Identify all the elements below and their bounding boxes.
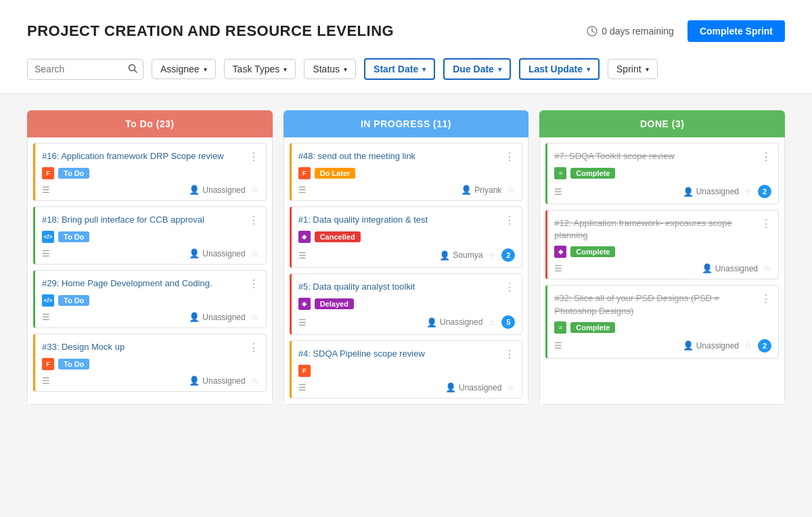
days-remaining-text: 0 days remaining: [602, 26, 674, 37]
list-icon: ☰: [298, 185, 307, 195]
star-icon[interactable]: ☆: [507, 382, 515, 392]
star-icon[interactable]: ☆: [488, 317, 496, 328]
status-badge: Complete: [570, 168, 615, 179]
status-badge: Complete: [570, 322, 615, 333]
col-header-done: DONE (3): [539, 110, 785, 137]
filters-row: Assignee ▾ Task Types ▾ Status ▾ Start D…: [27, 58, 785, 80]
chevron-down-icon: ▾: [587, 66, 590, 73]
col-body-inprogress: #48: send out the meeting link⋮FDo Later…: [284, 137, 529, 405]
start-date-filter[interactable]: Start Date ▾: [364, 58, 435, 80]
star-icon[interactable]: ☆: [763, 263, 771, 273]
list-icon: ☰: [554, 340, 562, 351]
person-icon: 👤: [426, 317, 437, 328]
table-row: #5: Data quality analyst toolkit⋮◆Delaye…: [290, 273, 523, 335]
board-area: To Do (23)#16: Application framework DRP…: [0, 94, 812, 421]
card-title: #4: SDQA Pipeline scope review: [298, 348, 501, 360]
assignee-name: Soumya: [453, 250, 482, 260]
assignee-name: Unassigned: [202, 313, 245, 322]
column-inprogress: IN PROGRESS (11)#48: send out the meetin…: [284, 110, 529, 405]
assignee: 👤Unassigned: [683, 340, 739, 351]
card-title: #33: Design Mock up: [42, 341, 244, 353]
person-icon: 👤: [445, 382, 456, 392]
col-body-todo: #16: Application framework DRP Scope rev…: [27, 137, 273, 405]
status-filter[interactable]: Status ▾: [304, 59, 356, 79]
table-row: #48: send out the meeting link⋮FDo Later…: [290, 143, 523, 201]
complete-sprint-button[interactable]: Complete Sprint: [687, 20, 785, 42]
assignee-filter[interactable]: Assignee ▾: [152, 59, 216, 79]
chevron-down-icon: ▾: [284, 66, 287, 73]
list-icon: ☰: [42, 376, 50, 386]
column-done: DONE (3)#7: SDQA Toolkit scope review⋮≡C…: [539, 110, 785, 405]
star-icon[interactable]: ☆: [507, 185, 515, 195]
card-title: #18: Bring pull interface for CCB approv…: [42, 214, 244, 226]
assignee: 👤Unassigned: [189, 185, 245, 195]
card-menu-icon[interactable]: ⋮: [248, 214, 259, 227]
star-icon[interactable]: ☆: [251, 185, 259, 195]
assignee-name: Unassigned: [202, 249, 245, 258]
task-types-filter[interactable]: Task Types ▾: [224, 59, 296, 79]
card-menu-icon[interactable]: ⋮: [761, 150, 771, 163]
person-icon: 👤: [189, 312, 200, 322]
chevron-down-icon: ▾: [498, 66, 501, 73]
assignee-name: Priyank: [474, 185, 501, 195]
sprint-filter[interactable]: Sprint ▾: [608, 59, 658, 79]
assignee-name: Unassigned: [459, 383, 501, 392]
star-icon[interactable]: ☆: [744, 187, 752, 197]
card-title: #32: Slice all of your PSD Designs (PSD …: [554, 292, 757, 317]
comment-badge: 2: [758, 339, 771, 353]
card-title: #16: Application framework DRP Scope rev…: [42, 150, 244, 162]
chevron-down-icon: ▾: [204, 66, 207, 73]
card-title: #5: Data quality analyst toolkit: [298, 281, 501, 293]
card-title: #7: SDQA Toolkit scope review: [554, 150, 757, 162]
table-icon-icon: ≡: [554, 167, 566, 179]
table-row: #29: Home Page Development and Coding.⋮<…: [33, 270, 267, 328]
col-body-done: #7: SDQA Toolkit scope review⋮≡Complete☰…: [539, 137, 785, 405]
svg-line-2: [592, 31, 594, 32]
header-right: 0 days remaining Complete Sprint: [587, 20, 785, 42]
assignee-name: Unassigned: [696, 187, 739, 196]
card-menu-icon[interactable]: ⋮: [504, 281, 515, 294]
assignee: 👤Unassigned: [189, 248, 245, 258]
assignee: 👤Priyank: [461, 185, 501, 195]
star-icon[interactable]: ☆: [251, 376, 259, 386]
status-badge: Cancelled: [315, 231, 361, 242]
col-header-inprogress: IN PROGRESS (11): [284, 110, 529, 137]
card-menu-icon[interactable]: ⋮: [248, 277, 259, 290]
card-menu-icon[interactable]: ⋮: [761, 217, 771, 230]
last-update-filter[interactable]: Last Update ▾: [519, 58, 600, 80]
status-badge: To Do: [58, 231, 89, 242]
search-icon: [128, 64, 137, 73]
star-icon[interactable]: ☆: [251, 312, 259, 322]
chevron-down-icon: ▾: [646, 66, 649, 73]
puzzle-icon-icon: ◆: [298, 298, 311, 310]
list-icon: ☰: [298, 250, 307, 261]
top-bar: PROJECT CREATION AND RESOURCE LEVELING 0…: [0, 0, 812, 94]
list-icon: ☰: [42, 312, 50, 322]
clock-icon: [587, 26, 597, 37]
card-menu-icon[interactable]: ⋮: [761, 292, 771, 305]
star-icon[interactable]: ☆: [251, 248, 259, 258]
svg-line-4: [135, 70, 137, 72]
person-icon: 👤: [189, 248, 200, 258]
list-icon: ☰: [42, 248, 50, 258]
f-icon-icon: F: [42, 167, 54, 179]
search-button[interactable]: [122, 60, 143, 79]
search-input[interactable]: [28, 60, 122, 78]
column-todo: To Do (23)#16: Application framework DRP…: [27, 110, 273, 405]
star-icon[interactable]: ☆: [744, 340, 752, 351]
assignee: 👤Unassigned: [426, 317, 482, 328]
table-row: #4: SDQA Pipeline scope review⋮F☰👤Unassi…: [290, 340, 523, 399]
card-menu-icon[interactable]: ⋮: [504, 150, 515, 163]
chevron-down-icon: ▾: [422, 66, 426, 73]
card-menu-icon[interactable]: ⋮: [248, 150, 259, 163]
card-menu-icon[interactable]: ⋮: [248, 341, 259, 354]
assignee: 👤Unassigned: [702, 263, 758, 273]
card-menu-icon[interactable]: ⋮: [504, 348, 515, 361]
list-icon: ☰: [298, 382, 307, 392]
chevron-down-icon: ▾: [344, 66, 347, 73]
list-icon: ☰: [554, 263, 562, 273]
list-icon: ☰: [554, 187, 562, 197]
star-icon[interactable]: ☆: [488, 250, 496, 261]
due-date-filter[interactable]: Due Date ▾: [443, 58, 511, 80]
card-menu-icon[interactable]: ⋮: [504, 214, 515, 227]
